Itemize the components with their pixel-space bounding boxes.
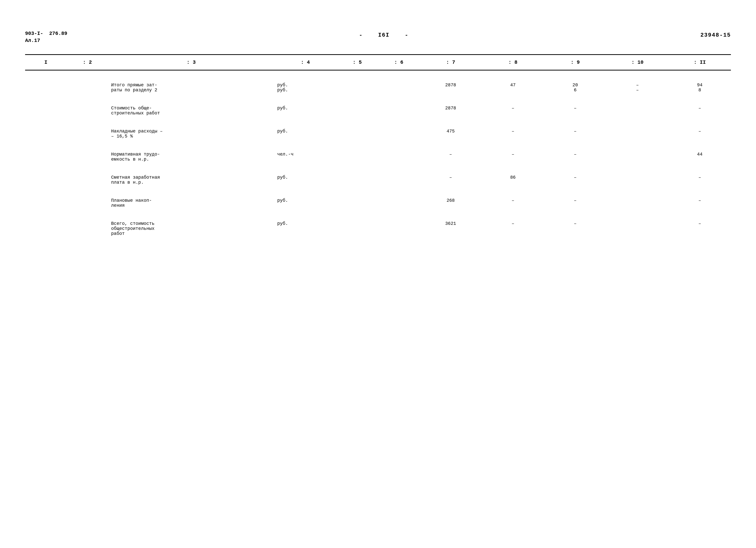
- cell-1-1: [25, 79, 67, 97]
- cell-1-11: 94 8: [669, 79, 731, 97]
- ref-line1: 903-I- 276.89: [25, 30, 67, 37]
- cell-5-2: [67, 171, 108, 189]
- table-row: Плановые накоп- ления руб. 268 – – –: [25, 194, 731, 212]
- cell-7-6: [378, 217, 419, 240]
- cell-4-6: [378, 148, 419, 166]
- cell-4-9: –: [544, 148, 606, 166]
- col-header-6: : 6: [378, 55, 419, 70]
- cell-1-7: 2878: [419, 79, 482, 97]
- cell-4-7: –: [419, 148, 482, 166]
- cell-7-9: –: [544, 217, 606, 240]
- cell-4-11: 44: [669, 148, 731, 166]
- cell-3-5: [337, 125, 378, 143]
- cell-6-1: [25, 194, 67, 212]
- cell-3-10: [606, 125, 669, 143]
- cell-1-5: [337, 79, 378, 97]
- col-header-10: : 10: [606, 55, 669, 70]
- cell-5-5: [337, 171, 378, 189]
- header-number: 23948-15: [700, 32, 731, 38]
- cell-7-4: руб.: [274, 217, 336, 240]
- cell-5-10: [606, 171, 669, 189]
- cell-5-4: руб.: [274, 171, 336, 189]
- cell-5-11: –: [669, 171, 731, 189]
- cell-7-2: [67, 217, 108, 240]
- cell-4-1: [25, 148, 67, 166]
- cell-2-3: Стоимость обще- строительных работ: [108, 102, 274, 120]
- column-header-row: I : 2 : 3 : 4 : 5 : 6 : 7 : 8 : 9 : 10 :…: [25, 55, 731, 70]
- cell-1-2: [67, 79, 108, 97]
- cell-7-11: –: [669, 217, 731, 240]
- col-header-2: : 2: [67, 55, 108, 70]
- spacer-3: [25, 120, 731, 125]
- cell-7-1: [25, 217, 67, 240]
- cell-2-8: –: [482, 102, 544, 120]
- cell-6-5: [337, 194, 378, 212]
- spacer-6: [25, 189, 731, 194]
- cell-2-11: –: [669, 102, 731, 120]
- col-header-4: : 4: [274, 55, 336, 70]
- cell-4-2: [67, 148, 108, 166]
- cell-4-10: [606, 148, 669, 166]
- cell-3-8: –: [482, 125, 544, 143]
- col-header-3: : 3: [108, 55, 274, 70]
- cell-5-7: –: [419, 171, 482, 189]
- table-row: Накладные расходы – – 16,5 % руб. 475 – …: [25, 125, 731, 143]
- cell-1-9: 20 6: [544, 79, 606, 97]
- cell-6-2: [67, 194, 108, 212]
- cell-1-10: – –: [606, 79, 669, 97]
- spacer-7: [25, 212, 731, 217]
- cell-6-4: руб.: [274, 194, 336, 212]
- cell-4-8: –: [482, 148, 544, 166]
- cell-5-3: Сметная заработная плата в н.р.: [108, 171, 274, 189]
- header-code: - I6I -: [359, 32, 409, 38]
- cell-3-2: [67, 125, 108, 143]
- cell-2-6: [378, 102, 419, 120]
- header-ref: 903-I- 276.89 Ал.17: [25, 30, 67, 44]
- table-row: Нормативная трудо- емкость в н.р. чел.-ч…: [25, 148, 731, 166]
- cell-2-5: [337, 102, 378, 120]
- ref-line2: Ал.17: [25, 37, 67, 44]
- cell-1-3: Итого прямые зат- раты по разделу 2: [108, 79, 274, 97]
- cell-2-10: [606, 102, 669, 120]
- cell-7-10: [606, 217, 669, 240]
- cell-1-4: руб. руб.: [274, 79, 336, 97]
- cell-3-1: [25, 125, 67, 143]
- cell-4-5: [337, 148, 378, 166]
- col-header-5: : 5: [337, 55, 378, 70]
- spacer-1: [25, 70, 731, 79]
- cell-3-11: –: [669, 125, 731, 143]
- cell-1-6: [378, 79, 419, 97]
- col-header-1: I: [25, 55, 67, 70]
- table-row: Всего, стоимость общестроительных работ …: [25, 217, 731, 240]
- cell-2-9: –: [544, 102, 606, 120]
- cell-2-7: 2878: [419, 102, 482, 120]
- cell-3-6: [378, 125, 419, 143]
- cell-1-8: 47: [482, 79, 544, 97]
- cell-7-5: [337, 217, 378, 240]
- cell-6-8: –: [482, 194, 544, 212]
- col-header-9: : 9: [544, 55, 606, 70]
- cell-6-11: –: [669, 194, 731, 212]
- cell-5-6: [378, 171, 419, 189]
- cell-7-8: –: [482, 217, 544, 240]
- cell-2-4: руб.: [274, 102, 336, 120]
- cell-6-9: –: [544, 194, 606, 212]
- cell-2-2: [67, 102, 108, 120]
- cell-4-4: чел.-ч: [274, 148, 336, 166]
- table-row: Итого прямые зат- раты по разделу 2 руб.…: [25, 79, 731, 97]
- col-header-11: : II: [669, 55, 731, 70]
- cell-6-3: Плановые накоп- ления: [108, 194, 274, 212]
- table-row: Стоимость обще- строительных работ руб. …: [25, 102, 731, 120]
- cell-7-3: Всего, стоимость общестроительных работ: [108, 217, 274, 240]
- col-header-7: : 7: [419, 55, 482, 70]
- spacer-4: [25, 143, 731, 148]
- spacer-2: [25, 97, 731, 102]
- main-table: I : 2 : 3 : 4 : 5 : 6 : 7 : 8 : 9 : 10 :…: [25, 54, 731, 240]
- cell-3-7: 475: [419, 125, 482, 143]
- cell-7-7: 3621: [419, 217, 482, 240]
- cell-3-4: руб.: [274, 125, 336, 143]
- cell-6-6: [378, 194, 419, 212]
- spacer-5: [25, 166, 731, 171]
- cell-4-3: Нормативная трудо- емкость в н.р.: [108, 148, 274, 166]
- cell-5-9: –: [544, 171, 606, 189]
